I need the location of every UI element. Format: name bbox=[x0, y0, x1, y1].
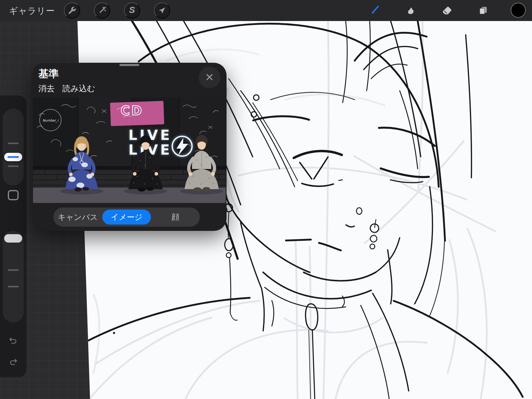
wrench-icon bbox=[68, 6, 77, 15]
close-icon: ✕ bbox=[205, 71, 214, 83]
clear-button[interactable]: 消去 bbox=[38, 83, 55, 94]
slider-tick bbox=[8, 269, 19, 271]
tab-image[interactable]: イメージ bbox=[102, 210, 151, 225]
chalk-text: Number_i bbox=[43, 119, 59, 122]
transform-icon bbox=[158, 6, 166, 15]
selection-button[interactable]: S bbox=[124, 2, 140, 19]
side-toolbar bbox=[0, 95, 26, 377]
brush-icon bbox=[369, 5, 380, 16]
redo-button[interactable] bbox=[7, 355, 20, 368]
smudge-tool-button[interactable] bbox=[402, 2, 419, 19]
close-button[interactable]: ✕ bbox=[199, 67, 220, 88]
reference-photo-graphic: Number_i CD LIVE LIVE LIVE LIVE bbox=[33, 98, 226, 203]
reference-panel: 基準 消去 読み込む ✕ bbox=[32, 63, 227, 231]
selection-icon: S bbox=[129, 5, 135, 15]
top-toolbar: ギャラリー S bbox=[0, 0, 532, 21]
panel-actions: 消去 読み込む bbox=[38, 83, 95, 94]
transform-button[interactable] bbox=[154, 2, 170, 19]
reference-image[interactable]: Number_i CD LIVE LIVE LIVE LIVE bbox=[33, 98, 226, 203]
eraser-icon bbox=[442, 5, 452, 16]
modify-button[interactable] bbox=[8, 190, 19, 200]
slider-tick bbox=[8, 165, 19, 167]
smudge-icon bbox=[405, 5, 416, 16]
color-swatch[interactable] bbox=[511, 3, 526, 18]
eraser-tool-button[interactable] bbox=[439, 2, 455, 19]
slider-tick bbox=[8, 143, 19, 144]
opacity-slider[interactable] bbox=[3, 231, 24, 322]
adjustments-button[interactable] bbox=[94, 2, 110, 19]
layers-icon bbox=[478, 5, 488, 16]
neon-partial-text: CD bbox=[121, 103, 143, 118]
layers-button[interactable] bbox=[475, 2, 491, 19]
reference-mode-tabs: キャンバス イメージ 顔 bbox=[53, 207, 200, 227]
brush-tool-button[interactable] bbox=[366, 2, 383, 19]
opacity-thumb[interactable] bbox=[4, 234, 22, 243]
brush-size-slider[interactable] bbox=[3, 109, 24, 186]
magic-wand-icon bbox=[98, 6, 107, 15]
brush-size-indicator bbox=[8, 156, 19, 158]
slider-tick bbox=[8, 286, 19, 287]
undo-icon bbox=[8, 335, 18, 346]
gallery-button[interactable]: ギャラリー bbox=[9, 5, 55, 17]
brush-size-thumb[interactable] bbox=[4, 153, 22, 161]
redo-icon bbox=[8, 356, 18, 367]
undo-button[interactable] bbox=[7, 334, 20, 347]
panel-drag-handle[interactable] bbox=[119, 64, 139, 66]
actions-button[interactable] bbox=[64, 2, 80, 19]
tab-face[interactable]: 顔 bbox=[151, 207, 200, 227]
import-button[interactable]: 読み込む bbox=[62, 83, 95, 94]
panel-title: 基準 bbox=[38, 67, 59, 81]
tab-canvas[interactable]: キャンバス bbox=[53, 207, 102, 227]
